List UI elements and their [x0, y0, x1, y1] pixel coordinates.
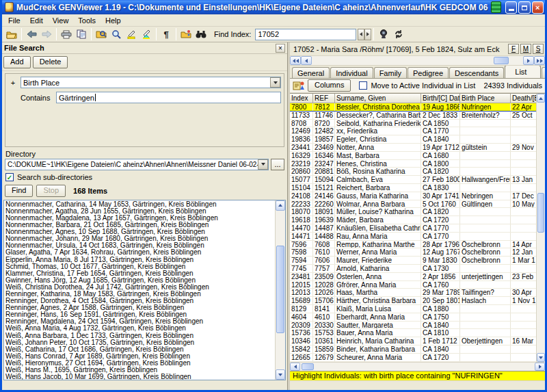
table-row[interactable]: 23219 23247 Henes, Christina CA 1800 — [290, 160, 536, 168]
highlight-pen-icon[interactable] — [124, 27, 139, 41]
search-result-item[interactable]: Renninger, Katharina, 18 May 1583, Gärtr… — [5, 291, 275, 298]
menu-item[interactable]: Help — [101, 16, 126, 25]
search-result-item[interactable]: Nonnenmacher, Agnes, 10 Sep 1688, Gärtri… — [5, 228, 275, 235]
search-result-item[interactable]: Nonnenmacher, Johann, 29 Mar 1680, Gärtr… — [5, 235, 275, 242]
expand-filter-button[interactable]: + — [8, 79, 18, 87]
binoculars-icon[interactable] — [194, 27, 209, 41]
scroll-down-icon[interactable] — [276, 369, 285, 380]
view-options-icon[interactable] — [178, 27, 194, 41]
table-row[interactable]: 15842 15859 Binder, Katharina Barbara CA… — [290, 345, 536, 354]
first-individual-icon[interactable] — [290, 56, 301, 65]
table-row[interactable]: 12665 12679 Scheurer, Anna Maria CA 1720 — [290, 354, 536, 362]
search-result-item[interactable]: Weiß, Catharina, 17 Oct 1686, Gärtringen… — [5, 346, 275, 353]
index-next-button[interactable] — [364, 29, 371, 40]
open-folder-icon[interactable] — [4, 27, 19, 41]
zoom-icon[interactable] — [109, 27, 124, 41]
table-row[interactable]: 15736 15753 Bauer, Anna Maria CA 1810 — [290, 329, 536, 337]
restore-button[interactable] — [518, 1, 530, 14]
table-scrollbar-thumb[interactable] — [537, 193, 544, 233]
directory-combo[interactable]: C:\DOKUME~1\HK\Eigene Dateien\C aheinz\A… — [5, 159, 269, 170]
table-row[interactable]: 19836 19857 Egeler, Christina CA 1840 — [290, 135, 536, 144]
panel-close-icon[interactable]: × — [276, 44, 285, 53]
copy-icon[interactable] — [74, 27, 89, 41]
menu-item[interactable]: Tools — [73, 16, 101, 25]
view-tab[interactable]: General — [292, 67, 330, 78]
search-result-item[interactable]: Nonnenmacher, Catharina, 14 May 1653, Gä… — [5, 201, 275, 208]
search-result-item[interactable]: Glaser, Agatha, 7 Apr 1634, Rohrau, Gärt… — [5, 249, 275, 256]
search-result-item[interactable]: Renninger, Hans, 16 Sep 1591, Gärtringen… — [5, 311, 275, 318]
table-row[interactable]: 15104 15121 Reichert, Barbara CA 1830 — [290, 184, 536, 192]
table-row[interactable]: 7598 7610 Werner, Anna Maria 12 Aug 1767… — [290, 248, 536, 257]
table-row[interactable]: 7596 7608 Rempp, Katharina Marthe 28 Apr… — [290, 241, 536, 249]
table-row[interactable]: 7800 7812 Bessler, Christina Dorothea 19… — [290, 103, 536, 112]
search-result-item[interactable]: Weiß, Hans M., 1695, Gärtringen, Kreis B… — [5, 367, 275, 374]
search-result-item[interactable]: Nonnenmacher, Barbara, 21 Oct 1685, Gärt… — [5, 222, 275, 228]
table-row[interactable]: 14471 14488 Rau, Anna Maria CA 1770 — [290, 233, 536, 241]
menu-item[interactable]: File — [3, 16, 25, 25]
table-row[interactable]: 22233 22260 Wolmar, Anna Barbara 5 Oct 1… — [290, 200, 536, 209]
search-result-item[interactable]: Nonnenmacher, Agatha, 28 Jun 1655, Gärtr… — [5, 208, 275, 215]
search-result-item[interactable]: Weiß, Hieronymus, 27 Oct 1694, Gärtringe… — [5, 360, 275, 367]
scrollbar-thumb[interactable] — [276, 246, 284, 333]
relation-button[interactable]: S — [533, 44, 544, 54]
nav-thumb[interactable] — [494, 57, 509, 64]
close-button[interactable]: × — [532, 1, 544, 14]
search-result-item[interactable]: Klammer, Christina, 17 Feb 1654, Gärtrin… — [5, 270, 275, 277]
next-individual-icon[interactable] — [523, 56, 534, 65]
menu-item[interactable]: Edit — [25, 16, 48, 25]
view-tab[interactable]: Pedigree — [408, 67, 449, 78]
table-row[interactable]: 15077 15094 Calmbach, Eva 27 Feb 1800 Ha… — [290, 176, 536, 184]
columns-button[interactable]: Columns — [308, 79, 351, 92]
view-tab[interactable]: List — [505, 66, 541, 78]
search-result-item[interactable]: Renninger, Magdalena, 24 Oct 1594, Gärtr… — [5, 318, 275, 325]
last-individual-icon[interactable] — [534, 56, 545, 65]
contains-input[interactable]: Gärtringen — [56, 92, 281, 103]
search-result-item[interactable]: Weiß, Johann Peter, 10 Oct 1735, Gärtrin… — [5, 339, 275, 346]
search-result-item[interactable]: Nonnenmacher, Ursula, 14 Oct 1683, Gärtr… — [5, 242, 275, 249]
table-row[interactable]: 14470 14487 Knäußlen, Elisabetha Cathrin… — [290, 224, 536, 233]
field-selector-dropdown-icon[interactable] — [270, 77, 280, 88]
subdirs-checkbox[interactable]: ✓ — [5, 173, 14, 181]
table-row[interactable]: 20309 20330 Sautter, Margareta CA 1840 — [290, 322, 536, 330]
table-scroll-right-icon[interactable] — [535, 363, 545, 371]
table-row[interactable]: 18070 18091 Müller, Louise? Katharina CA… — [290, 208, 536, 216]
search-result-item[interactable]: Renninger, Agnes, 2 Apr 1588, Gärtringen… — [5, 304, 275, 311]
directory-dropdown-icon[interactable] — [258, 159, 268, 170]
add-button[interactable]: Add — [3, 56, 31, 68]
table-row[interactable]: 11733 11746 Dessecker?, Catharina Barbar… — [290, 112, 536, 120]
search-result-item[interactable]: Weiß, Anna Maria, 4 Aug 1732, Gärtringen… — [5, 325, 275, 332]
table-scrollbar[interactable] — [536, 94, 545, 362]
table-row[interactable]: 23481 23509 Österlen, Anna 2 Apr 1856 un… — [290, 273, 536, 281]
table-row[interactable]: 8129 8141 Klaiß, Maria Luisa CA 1880 — [290, 305, 536, 313]
delete-button[interactable]: Delete — [33, 56, 68, 68]
folder-search-icon[interactable] — [94, 27, 109, 41]
column-header-index[interactable]: Index — [290, 94, 313, 103]
index-prev-button[interactable] — [358, 29, 364, 40]
column-header-surname[interactable]: Surname, Given — [335, 94, 421, 103]
search-result-item[interactable]: Schmid, Thomas, 10 Oct 1677, Gärtringen,… — [5, 263, 275, 270]
results-scrollbar[interactable] — [275, 200, 285, 380]
table-scroll-down-icon[interactable] — [537, 353, 545, 362]
table-row[interactable]: 8708 8720 Seibold, Katharina Friederika … — [290, 120, 536, 128]
table-scroll-up-icon[interactable] — [537, 94, 545, 103]
pilcrow-icon[interactable]: ¶ — [159, 27, 174, 41]
find-index-input[interactable] — [255, 29, 356, 40]
search-result-item[interactable]: Gwinner, Hans Jörg, 12 Aug 1685, Gärtrin… — [5, 277, 275, 284]
column-header-death-date[interactable]: Death/[B] Date — [511, 94, 536, 103]
move-to-active-checkbox[interactable] — [359, 81, 367, 90]
table-row[interactable]: 19618 19639 Mäder, Barbara CA 1720 — [290, 216, 536, 224]
individual-nav-scrollbar[interactable] — [290, 56, 545, 66]
table-row[interactable]: 12015 12028 Gfrörer, Anna Maria CA 1760 — [290, 281, 536, 289]
table-row[interactable]: 23441 23469 Notter, Anna 19 Apr 1712 gül… — [290, 144, 536, 152]
view-tab[interactable]: Descendants — [449, 67, 504, 78]
view-tab[interactable]: Individual — [330, 67, 373, 78]
individual-list-icon[interactable] — [293, 80, 305, 91]
table-row[interactable]: 16329 16346 Mast, Barbara CA 1680 — [290, 152, 536, 160]
search-result-item[interactable]: Weiß, Hans Jacob, 10 Mar 1699, Gärtringe… — [5, 374, 275, 380]
table-row[interactable]: 20860 20881 Böß, Rosina Katharina CA 182… — [290, 168, 536, 176]
table-row[interactable]: 7594 7606 Maurer, Friederike 9 Mar 1830 … — [290, 257, 536, 265]
relation-button[interactable]: F — [508, 44, 519, 54]
table-h-thumb[interactable] — [302, 363, 314, 370]
search-result-item[interactable]: Weiß, Anna Barbara, 1 Dec 1733, Gärtring… — [5, 332, 275, 339]
column-header-ref[interactable]: REF — [313, 94, 335, 103]
